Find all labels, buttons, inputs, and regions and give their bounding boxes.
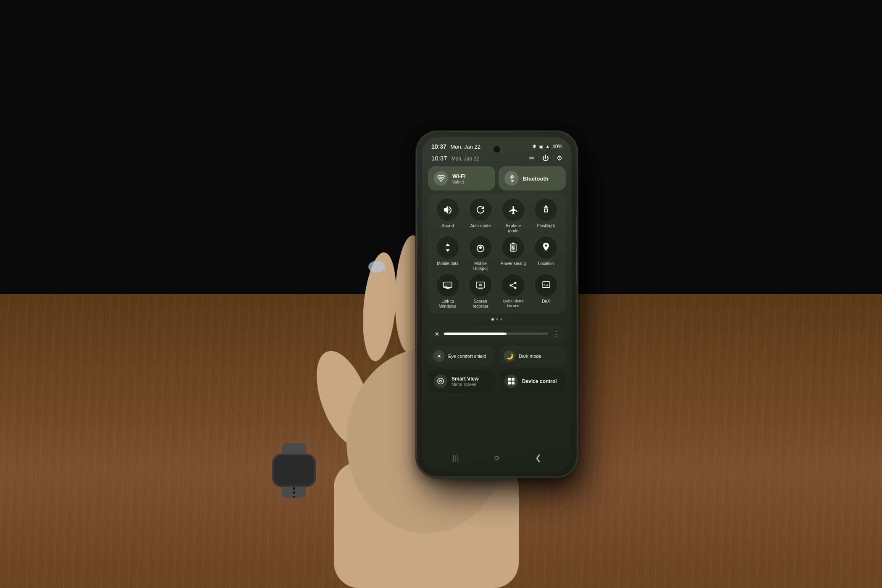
quick-share-icon (502, 275, 524, 297)
tiles-row-1: Sound Auto rotate (433, 199, 561, 234)
device-control-icon (504, 375, 518, 388)
svg-point-33 (440, 381, 441, 382)
eye-comfort-icon: ☀ (433, 350, 445, 362)
sound-icon (437, 199, 459, 221)
header-action-icons: ✏ ⏻ ⚙ (529, 154, 562, 162)
mobile-data-icon (437, 237, 459, 259)
svg-point-15 (293, 487, 295, 490)
airplane-tile[interactable]: Airplane mode (499, 199, 528, 234)
eye-comfort-tile[interactable]: ☀ Eye comfort shield (428, 346, 495, 366)
power-saving-tile[interactable]: Power saving (499, 237, 528, 271)
auto-rotate-label: Auto rotate (470, 223, 491, 228)
svg-rect-22 (444, 286, 447, 288)
smart-watch (265, 443, 323, 498)
volume-up-button[interactable] (417, 225, 417, 254)
dot-1 (491, 318, 494, 321)
device-control-tile[interactable]: Device control (499, 370, 566, 393)
bluetooth-text: Bluetooth (523, 175, 549, 181)
wifi-tile[interactable]: Wi-Fi Valnet (428, 166, 495, 191)
svg-rect-36 (508, 382, 511, 385)
wifi-icon (434, 171, 448, 186)
flashlight-tile[interactable]: Flashlight (531, 199, 561, 234)
location-icon (535, 237, 557, 259)
recents-button[interactable]: ||| (452, 453, 458, 462)
dex-icon: DeX (535, 275, 557, 297)
phone-screen: 10:37 Mon, Jan 22 ✱ ▣ ▲ 40% 10:37 Mon, J… (422, 137, 572, 472)
mobile-data-label: Mobile data (437, 261, 459, 266)
location-tile[interactable]: Location (531, 237, 561, 271)
quick-share-label: Quick Share No one (500, 299, 526, 308)
edit-icon[interactable]: ✏ (529, 154, 535, 162)
screen-recorder-tile[interactable]: Screen recorder (466, 275, 495, 309)
bluetooth-tile[interactable]: Bluetooth (499, 166, 566, 191)
status-time-date: 10:37 Mon, Jan 22 (431, 143, 480, 150)
tiles-row-2: Mobile data Mobile Hotspot (433, 237, 561, 271)
flashlight-icon (535, 199, 557, 221)
wifi-label: Wi-Fi (452, 173, 466, 179)
brightness-menu-icon[interactable]: ⋮ (552, 329, 560, 339)
bluetooth-icon (504, 171, 519, 186)
eye-comfort-label: Eye comfort shield (448, 354, 486, 359)
hotspot-tile[interactable]: Mobile Hotspot (466, 237, 495, 271)
page-dots (428, 318, 566, 322)
power-icon[interactable]: ⏻ (542, 154, 549, 162)
bluetooth-label: Bluetooth (523, 175, 549, 181)
quick-panel: Wi-Fi Valnet Bluetooth (422, 166, 572, 448)
power-saving-label: Power saving (501, 261, 526, 266)
quick-panel-header: 10:37 Mon, Jan 22 ✏ ⏻ ⚙ (422, 152, 572, 166)
mobile-data-tile[interactable]: Mobile data (433, 237, 462, 271)
signal-status-icon: ▲ (545, 144, 550, 150)
hotspot-icon (470, 237, 491, 259)
settings-icon[interactable]: ⚙ (556, 154, 562, 162)
auto-rotate-icon (470, 199, 491, 221)
brightness-control[interactable]: ☀ ⋮ (428, 325, 566, 343)
smart-view-tile[interactable]: Smart View Mirror screen (428, 370, 495, 393)
auto-rotate-tile[interactable]: Auto rotate (466, 199, 495, 234)
link-windows-tile[interactable]: Link to Windows (433, 275, 462, 309)
svg-text:DeX: DeX (543, 284, 549, 286)
airplane-label: Airplane mode (500, 223, 526, 234)
display-modes-row: ☀ Eye comfort shield 🌙 Dark mode (428, 346, 566, 366)
tiles-row-3: Link to Windows Scre (433, 275, 561, 309)
dark-mode-label: Dark mode (519, 354, 541, 359)
screen-recorder-icon (470, 275, 491, 297)
flashlight-label: Flashlight (537, 223, 555, 228)
screen-recorder-label: Screen recorder (467, 299, 494, 309)
power-saving-icon (502, 237, 524, 259)
sound-label: Sound (442, 223, 454, 228)
smart-view-icon (434, 375, 447, 388)
status-date: Mon, Jan 22 (450, 144, 480, 150)
dex-tile[interactable]: DeX DeX (531, 275, 561, 309)
header-date: Mon, Jan 22 (452, 156, 479, 162)
smart-view-name: Smart View (452, 376, 478, 382)
svg-rect-35 (512, 378, 514, 381)
back-button[interactable]: ❮ (535, 453, 541, 462)
svg-point-9 (368, 261, 385, 273)
brightness-fill (444, 333, 507, 335)
front-camera (494, 147, 500, 152)
wifi-status-icon: ▣ (538, 144, 543, 150)
svg-point-16 (293, 491, 295, 494)
link-windows-label: Link to Windows (435, 299, 461, 309)
brightness-icon: ☀ (434, 330, 440, 338)
dot-3 (500, 318, 502, 320)
airplane-icon (502, 199, 524, 221)
svg-rect-34 (508, 378, 511, 381)
status-time: 10:37 (431, 143, 446, 150)
home-button[interactable]: ○ (494, 452, 499, 463)
svg-point-25 (480, 284, 481, 286)
navigation-bar: ||| ○ ❮ (422, 448, 572, 472)
sound-tile[interactable]: Sound (433, 199, 462, 234)
quick-share-tile[interactable]: Quick Share No one (499, 275, 528, 309)
brightness-slider[interactable] (444, 333, 548, 335)
power-button[interactable] (576, 216, 577, 242)
bluetooth-status-icon: ✱ (532, 144, 536, 150)
volume-down-button[interactable] (576, 250, 577, 284)
device-control-text: Device control (522, 378, 557, 384)
battery-status: 40% (552, 144, 562, 150)
device-control-name: Device control (522, 378, 557, 384)
action-tiles-row: Smart View Mirror screen (428, 370, 566, 393)
phone-device: 10:37 Mon, Jan 22 ✱ ▣ ▲ 40% 10:37 Mon, J… (417, 132, 577, 477)
dark-mode-tile[interactable]: 🌙 Dark mode (499, 346, 566, 366)
svg-rect-37 (512, 382, 514, 385)
